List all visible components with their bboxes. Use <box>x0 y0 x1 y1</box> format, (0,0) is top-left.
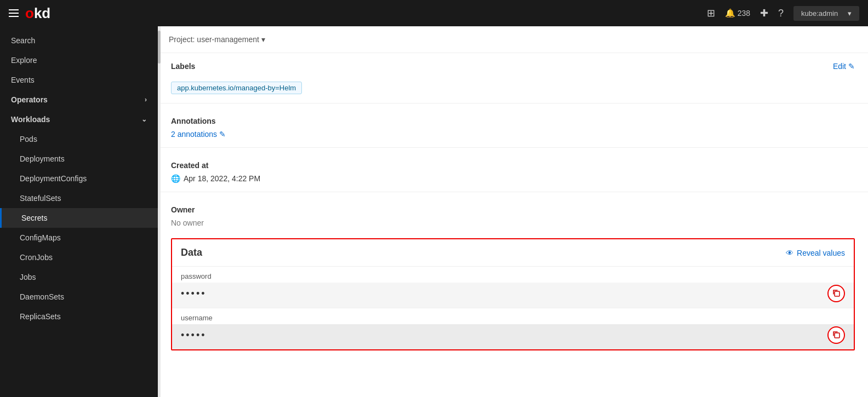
grid-icon[interactable]: ⊞ <box>707 7 715 19</box>
scroll-track <box>158 26 161 397</box>
divider-2 <box>158 147 868 148</box>
password-label: password <box>172 267 854 283</box>
password-value-row: ••••• <box>172 283 854 308</box>
sidebar-item-deployments[interactable]: Deployments <box>0 149 158 169</box>
svg-rect-0 <box>835 291 840 296</box>
annotations-count-text: 2 annotations <box>171 130 217 139</box>
sidebar-item-pods[interactable]: Pods <box>0 129 158 149</box>
owner-title: Owner <box>171 205 855 214</box>
sidebar-item-explore[interactable]: Explore <box>0 50 158 70</box>
user-dropdown[interactable]: kube:admin ▾ <box>793 6 859 21</box>
edit-pencil-icon: ✎ <box>848 62 855 71</box>
eye-icon: 👁 <box>786 249 793 257</box>
main-layout: Search Explore Events Operators › Worklo… <box>0 26 868 397</box>
reveal-values-link[interactable]: 👁 Reveal values <box>786 249 845 257</box>
project-bar: Project: user-management ▾ <box>158 26 868 53</box>
username-value-row: ••••• <box>172 324 854 349</box>
labels-title: Labels <box>171 62 195 71</box>
project-dropdown-arrow: ▾ <box>261 35 265 44</box>
owner-section: Owner No owner <box>158 197 868 232</box>
sidebar-item-replicasets[interactable]: ReplicaSets <box>0 307 158 326</box>
data-title: Data <box>181 247 202 258</box>
globe-icon: 🌐 <box>171 174 180 183</box>
operators-label: Operators <box>11 95 48 104</box>
username-field: username ••••• <box>172 308 854 349</box>
user-dropdown-chevron: ▾ <box>848 9 852 18</box>
edit-labels-link[interactable]: Edit ✎ <box>833 62 855 71</box>
created-at-title: Created at <box>171 161 855 170</box>
project-label: Project: user-management <box>169 35 259 44</box>
scroll-thumb <box>158 31 161 64</box>
add-icon[interactable]: ✚ <box>760 7 768 19</box>
data-header: Data 👁 Reveal values <box>172 239 854 266</box>
hamburger-menu[interactable] <box>9 9 19 17</box>
sidebar-item-statefulsets[interactable]: StatefulSets <box>0 188 158 208</box>
help-icon[interactable]: ? <box>778 8 784 19</box>
sidebar-section-workloads[interactable]: Workloads ⌄ <box>0 110 158 129</box>
owner-value: No owner <box>171 218 855 227</box>
copy-username-icon <box>832 331 840 340</box>
user-label: kube:admin <box>801 9 838 18</box>
nav-left: okd <box>9 5 50 22</box>
top-nav: okd ⊞ 🔔 238 ✚ ? kube:admin ▾ <box>0 0 868 26</box>
annotations-title: Annotations <box>171 117 855 125</box>
data-section: Data 👁 Reveal values password ••••• <box>171 238 855 350</box>
sidebar-item-configmaps[interactable]: ConfigMaps <box>0 228 158 248</box>
sidebar-item-search[interactable]: Search <box>0 31 158 50</box>
created-at-date: Apr 18, 2022, 4:22 PM <box>184 174 260 183</box>
logo-o: o <box>25 5 34 21</box>
copy-password-button[interactable] <box>827 285 845 302</box>
nav-right: ⊞ 🔔 238 ✚ ? kube:admin ▾ <box>707 6 859 21</box>
divider-3 <box>158 192 868 192</box>
sidebar-item-cronjobs[interactable]: CronJobs <box>0 248 158 267</box>
edit-label-text: Edit <box>833 62 846 71</box>
main-content: Project: user-management ▾ Labels Edit ✎… <box>158 26 868 397</box>
reveal-label: Reveal values <box>797 249 845 257</box>
project-dropdown[interactable]: Project: user-management ▾ <box>169 35 265 44</box>
divider-1 <box>158 103 868 103</box>
created-at-value: 🌐 Apr 18, 2022, 4:22 PM <box>171 174 855 183</box>
logo-kd: kd <box>34 5 50 21</box>
username-dots: ••••• <box>181 330 207 341</box>
annotations-link[interactable]: 2 annotations ✎ <box>171 130 855 139</box>
workloads-chevron: ⌄ <box>141 116 147 123</box>
svg-rect-1 <box>835 333 840 338</box>
sidebar-section-operators[interactable]: Operators › <box>0 90 158 110</box>
sidebar-item-events[interactable]: Events <box>0 70 158 90</box>
sidebar-item-secrets[interactable]: Secrets <box>0 208 158 228</box>
workloads-label: Workloads <box>11 115 50 124</box>
notification-count: 238 <box>738 9 750 18</box>
sidebar-item-daemonsets[interactable]: DaemonSets <box>0 287 158 307</box>
copy-password-icon <box>832 289 840 298</box>
operators-chevron: › <box>145 96 147 103</box>
bell-icon: 🔔 <box>725 8 735 18</box>
sidebar: Search Explore Events Operators › Worklo… <box>0 26 158 397</box>
password-dots: ••••• <box>181 288 207 300</box>
annotations-section: Annotations 2 annotations ✎ <box>158 108 868 143</box>
labels-section: Labels Edit ✎ app.kubernetes.io/managed-… <box>158 53 868 99</box>
copy-username-button[interactable] <box>827 326 845 344</box>
labels-row: Labels Edit ✎ <box>171 62 855 75</box>
logo: okd <box>25 5 50 22</box>
annotations-pencil-icon: ✎ <box>219 130 226 139</box>
created-at-section: Created at 🌐 Apr 18, 2022, 4:22 PM <box>158 152 868 187</box>
label-tag: app.kubernetes.io/managed-by=Helm <box>171 82 302 94</box>
password-field: password ••••• <box>172 266 854 308</box>
notifications-bell[interactable]: 🔔 238 <box>725 8 750 18</box>
username-label: username <box>172 308 854 324</box>
sidebar-item-jobs[interactable]: Jobs <box>0 267 158 287</box>
sidebar-item-deploymentconfigs[interactable]: DeploymentConfigs <box>0 169 158 188</box>
